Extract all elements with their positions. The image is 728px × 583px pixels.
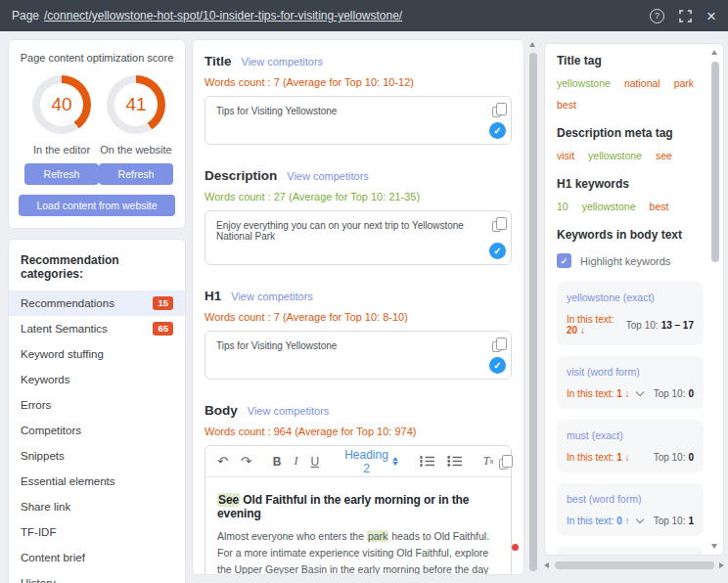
title-input[interactable]: Tips for Visiting Yellowstone xyxy=(205,96,512,145)
keyword-chip: 10 xyxy=(557,201,569,212)
description-tag-keywords: visit yellowstone see xyxy=(557,150,704,161)
redo-icon[interactable] xyxy=(239,452,253,471)
heading-style-dropdown[interactable]: Heading 2 xyxy=(342,446,400,477)
check-icon xyxy=(489,357,506,374)
fullscreen-icon[interactable] xyxy=(679,10,692,22)
editor-score-gauge: 40 xyxy=(32,75,91,134)
expander-icon[interactable] xyxy=(637,392,643,395)
h1-keywords: 10 yellowstone best xyxy=(557,201,704,212)
category-item-latent-semantics[interactable]: Latent Semantics 65 xyxy=(9,316,185,341)
dialog-titlebar: Page /connect/yellowstone-hot-spot/10-in… xyxy=(0,0,728,31)
load-content-button[interactable]: Load content from website xyxy=(19,195,175,216)
body-view-competitors-link[interactable]: View competitors xyxy=(248,405,330,417)
keyword-chip: visit xyxy=(557,150,574,161)
title-view-competitors-link[interactable]: View competitors xyxy=(242,56,324,67)
description-view-competitors-link[interactable]: View competitors xyxy=(287,170,369,182)
body-rich-text-editor: B I U Heading 2 xyxy=(205,445,512,575)
highlight-keywords-label: Highlight keywords xyxy=(580,255,670,267)
h1-input[interactable]: Tips for Visiting Yellowstone xyxy=(205,331,512,380)
keyword-card-park: park (word form) In this text: 1 ↓ Top 1… xyxy=(557,547,704,556)
ordered-list-icon[interactable] xyxy=(418,453,436,470)
h1-section-heading: H1 xyxy=(205,289,221,303)
keywords-panel-hscrollbar xyxy=(544,560,724,571)
category-item-recommendations[interactable]: Recommendations 15 xyxy=(9,291,185,316)
keywords-panel: Title tag yellowstone national park best… xyxy=(544,43,724,556)
description-input-value: Enjoy everything you can on your next tr… xyxy=(216,220,464,242)
editor-content[interactable]: See Old Faithful in the early morning or… xyxy=(205,477,511,575)
count-badge: 15 xyxy=(153,296,173,310)
close-icon[interactable]: × xyxy=(706,8,716,24)
copy-icon[interactable] xyxy=(492,107,501,117)
scrollbar-thumb[interactable] xyxy=(555,561,714,569)
underline-icon[interactable]: U xyxy=(308,453,321,471)
website-score-gauge: 41 xyxy=(107,75,165,134)
h1-section: H1 View competitors Words count : 7 (Ave… xyxy=(205,289,512,380)
dialog-body: Page content optimization score 40 In th… xyxy=(0,31,728,583)
scrollbar-up-arrow[interactable] xyxy=(529,42,535,47)
count-badge: 65 xyxy=(153,322,173,336)
highlight-keywords-checkbox[interactable] xyxy=(557,253,571,268)
category-item-history[interactable]: History xyxy=(9,570,185,583)
keyword-chip: yellowstone xyxy=(557,77,611,89)
description-words-count: Words count : 27 (Average for Top 10: 21… xyxy=(205,191,512,202)
category-item-keyword-stuffing[interactable]: Keyword stuffing xyxy=(9,341,185,367)
description-tag-header: Description meta tag xyxy=(557,126,704,140)
keyword-card-yellowstone: yellowstone (exact) In this text: 20 ↓ T… xyxy=(557,282,704,345)
editor-toolbar: B I U Heading 2 xyxy=(205,446,511,477)
h1-input-value: Tips for Visiting Yellowstone xyxy=(216,340,337,351)
refresh-website-button[interactable]: Refresh xyxy=(99,163,173,185)
italic-icon[interactable]: I xyxy=(292,452,299,471)
bold-icon[interactable]: B xyxy=(271,453,284,471)
scrollbar-left-arrow[interactable] xyxy=(544,562,549,568)
category-item-competitors[interactable]: Competitors xyxy=(9,418,185,443)
category-item-keywords[interactable]: Keywords xyxy=(9,367,185,392)
category-item-snippets[interactable]: Snippets xyxy=(9,443,185,469)
keywords-panel-scrollbar xyxy=(710,48,720,551)
content-editor-panel: Title View competitors Words count : 7 (… xyxy=(192,39,524,575)
bullet-list-icon[interactable] xyxy=(445,453,464,470)
left-sidebar: Page content optimization score 40 In th… xyxy=(8,39,186,583)
expander-icon[interactable] xyxy=(637,519,643,522)
help-icon[interactable]: ? xyxy=(650,9,664,23)
score-card-title: Page content optimization score xyxy=(19,52,175,64)
scrollbar-right-arrow[interactable] xyxy=(719,562,724,568)
title-tag-keywords: yellowstone national park best xyxy=(557,77,704,111)
description-section: Description View competitors Words count… xyxy=(205,168,512,265)
page-url-link[interactable]: /connect/yellowstone-hot-spot/10-insider… xyxy=(44,9,402,22)
scrollbar-down-arrow[interactable] xyxy=(711,544,717,549)
scrollbar-up-arrow[interactable] xyxy=(711,50,717,55)
body-section-heading: Body xyxy=(205,403,238,418)
category-item-errors[interactable]: Errors xyxy=(9,392,185,418)
refresh-editor-button[interactable]: Refresh xyxy=(24,163,99,185)
keyword-card-must: must (exact) In this text: 1 ↓ Top 10:0 xyxy=(557,420,704,472)
scrollbar-thumb[interactable] xyxy=(711,62,719,262)
h1-view-competitors-link[interactable]: View competitors xyxy=(231,291,313,302)
score-card: Page content optimization score 40 In th… xyxy=(8,39,186,229)
h1-words-count: Words count : 7 (Average for Top 10: 8-1… xyxy=(205,311,512,323)
category-item-share-link[interactable]: Share link xyxy=(9,494,185,519)
undo-icon[interactable] xyxy=(215,452,230,471)
description-section-heading: Description xyxy=(205,168,277,183)
title-words-count: Words count : 7 (Average for Top 10: 10-… xyxy=(205,76,512,88)
check-icon xyxy=(489,122,506,139)
copy-icon[interactable] xyxy=(505,454,509,470)
keyword-chip: see xyxy=(656,150,672,161)
category-item-essential-elements[interactable]: Essential elements xyxy=(9,469,185,494)
keyword-chip: national xyxy=(624,77,660,89)
categories-header: Recommendation categories: xyxy=(9,249,185,291)
trend-arrow-icon: ↓ xyxy=(580,325,585,336)
trend-arrow-icon: ↓ xyxy=(624,388,629,399)
copy-icon[interactable] xyxy=(492,341,501,352)
title-section-heading: Title xyxy=(205,54,232,68)
scrollbar-thumb[interactable] xyxy=(529,53,537,571)
category-item-content-brief[interactable]: Content brief xyxy=(9,545,185,570)
title-section: Title View competitors Words count : 7 (… xyxy=(205,54,512,145)
description-input[interactable]: Enjoy everything you can on your next tr… xyxy=(205,210,512,265)
body-keywords-header: Keywords in body text xyxy=(557,228,704,242)
keyword-card-best: best (word form) In this text: 0 ↑ Top 1… xyxy=(557,483,704,536)
clear-formatting-icon[interactable]: Tx xyxy=(481,452,496,471)
category-item-tf-idf[interactable]: TF-IDF xyxy=(9,519,185,545)
copy-icon[interactable] xyxy=(492,221,501,232)
categories-card: Recommendation categories: Recommendatio… xyxy=(8,239,186,583)
dropdown-arrows-icon xyxy=(392,457,398,466)
